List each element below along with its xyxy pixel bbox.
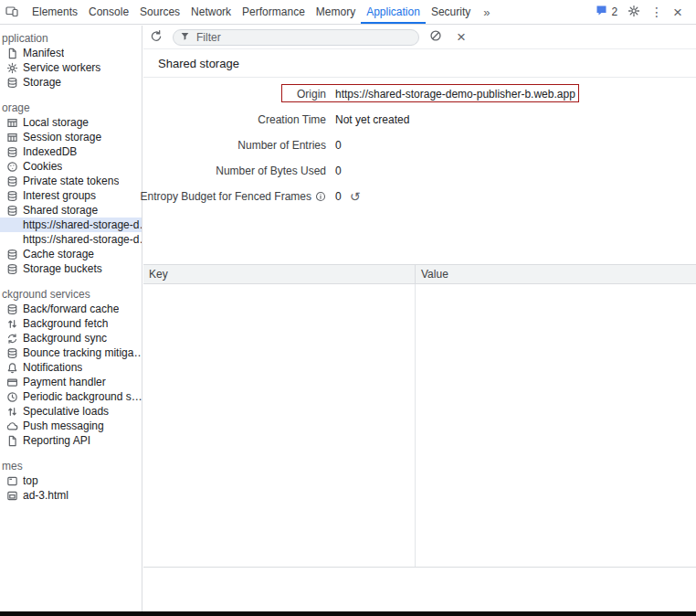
sidebar-item-storage[interactable]: Storage [0,75,142,90]
sidebar-item-label: Cookies [23,160,62,173]
sidebar-item-ad-3-html[interactable]: ad-3.html [0,488,142,503]
sidebar-item-label: Back/forward cache [23,303,119,315]
tab-memory[interactable]: Memory [311,0,361,24]
sidebar-item-speculative-loads[interactable]: Speculative loads [0,404,142,419]
filter-box[interactable] [173,29,419,46]
sidebar-item-label: Periodic background s… [23,390,142,403]
application-sidebar: pplicationManifestService workersStorage… [0,26,142,611]
tab-performance[interactable]: Performance [237,0,311,24]
sidebar-item-label: Storage buckets [23,262,102,275]
sidebar-item-storage-buckets[interactable]: Storage buckets [0,261,142,276]
gear-icon [627,5,640,20]
sidebar-item-label: Shared storage [23,204,98,217]
menu-button[interactable]: ⋮ [650,5,663,19]
metadata-value: Not yet created [335,113,409,126]
updown-icon [6,318,18,330]
sidebar-item-local-storage[interactable]: Local storage [0,115,142,130]
updown-icon [6,406,18,418]
tab-network[interactable]: Network [185,0,237,24]
gear-icon [6,62,18,74]
database-icon [6,146,18,158]
sidebar-item-top[interactable]: top [0,473,142,488]
database-icon [6,347,18,359]
sidebar-item-label: Notifications [23,361,82,374]
metadata-value: 0 [335,139,342,152]
toggle-device-toolbar-button[interactable] [0,0,24,24]
refresh-button[interactable] [147,28,165,47]
sidebar-item-background-fetch[interactable]: Background fetch [0,316,142,331]
sidebar-item-background-sync[interactable]: Background sync [0,331,142,345]
metadata-label: Entropy Budget for Fenced Frames [141,190,311,203]
document-icon [6,435,18,447]
sidebar-item-service-workers[interactable]: Service workers [0,60,142,75]
info-icon[interactable] [315,191,326,202]
cookie-icon [6,161,18,173]
metadata-report: Originhttps://shared-storage-demo-publis… [143,78,696,209]
shared-storage-toolbar: × [143,26,696,49]
iframe-icon [6,490,18,502]
column-header-value[interactable]: Value [416,265,696,283]
sync-icon [6,333,18,345]
sidebar-item-label: Cache storage [23,248,94,260]
clock-icon [6,391,18,403]
section-header-storage: orage [0,101,142,115]
sidebar-item-https-shared-storage-d[interactable]: https://shared-storage-d… [0,232,142,247]
sidebar-item-reporting-api[interactable]: Reporting API [0,433,142,448]
column-header-key[interactable]: Key [143,265,416,283]
tab-application[interactable]: Application [361,0,426,24]
delete-all-button[interactable] [427,28,445,47]
sidebar-item-bounce-tracking-mitiga[interactable]: Bounce tracking mitiga… [0,345,142,360]
close-devtools-button[interactable]: × [673,5,682,20]
sidebar-item-interest-groups[interactable]: Interest groups [0,188,142,203]
sidebar-item-manifest[interactable]: Manifest [0,46,142,60]
tab-console[interactable]: Console [83,0,134,24]
reset-budget-button[interactable]: ↺ [350,190,361,203]
close-icon: × [457,29,466,45]
sidebar-item-label: https://shared-storage-d… [23,218,142,231]
sidebar-item-payment-handler[interactable]: Payment handler [0,375,142,389]
tab-elements[interactable]: Elements [26,0,83,24]
metadata-row-origin: Originhttps://shared-storage-demo-publis… [143,81,696,107]
block-icon [429,29,442,45]
clear-button[interactable]: × [452,28,470,47]
database-icon [6,263,18,275]
sidebar-item-label: https://shared-storage-d… [23,233,142,246]
sidebar-item-label: Payment handler [23,376,106,388]
frame-icon [6,475,18,487]
database-icon [6,77,18,89]
sidebar-item-cache-storage[interactable]: Cache storage [0,247,142,261]
sidebar-item-session-storage[interactable]: Session storage [0,130,142,144]
metadata-label: Number of Entries [237,139,326,152]
metadata-row-entropy-budget-for-fenced-frames: Entropy Budget for Fenced Frames0↺ [143,184,696,209]
sidebar-item-https-shared-storage-d[interactable]: https://shared-storage-d… [0,218,142,232]
section-header-application: pplication [0,31,142,46]
sidebar-item-cookies[interactable]: Cookies [0,159,142,174]
filter-icon [180,31,190,44]
preview-pane [143,568,696,611]
metadata-value: 0 [335,190,342,203]
column-divider [415,284,416,567]
sidebar-item-label: Interest groups [23,189,96,202]
devtools-window: ElementsConsoleSourcesNetworkPerformance… [0,0,696,616]
filter-input[interactable] [195,30,412,45]
tabbar-actions: 2 ⋮ × [596,0,696,24]
tab-sources[interactable]: Sources [134,0,185,24]
database-icon [6,190,18,202]
device-toolbar-icon [5,5,18,20]
sidebar-item-push-messaging[interactable]: Push messaging [0,419,142,433]
sidebar-item-notifications[interactable]: Notifications [0,360,142,375]
sidebar-item-indexeddb[interactable]: IndexedDB [0,144,142,159]
sidebar-item-private-state-tokens[interactable]: Private state tokens [0,174,142,188]
settings-button[interactable] [627,5,640,20]
items-grid-body[interactable] [143,284,696,567]
more-tabs-button[interactable]: » [476,0,497,24]
sidebar-item-label: Speculative loads [23,405,109,418]
sidebar-item-label: ad-3.html [23,489,69,502]
sidebar-item-periodic-background-s[interactable]: Periodic background s… [0,389,142,404]
sidebar-item-back-forward-cache[interactable]: Back/forward cache [0,302,142,316]
sidebar-item-shared-storage[interactable]: Shared storage [0,203,142,218]
devtools-tabbar: ElementsConsoleSourcesNetworkPerformance… [0,0,696,25]
tab-security[interactable]: Security [426,0,476,24]
window-bottom-edge [0,611,696,616]
console-messages-counter[interactable]: 2 [596,5,617,19]
